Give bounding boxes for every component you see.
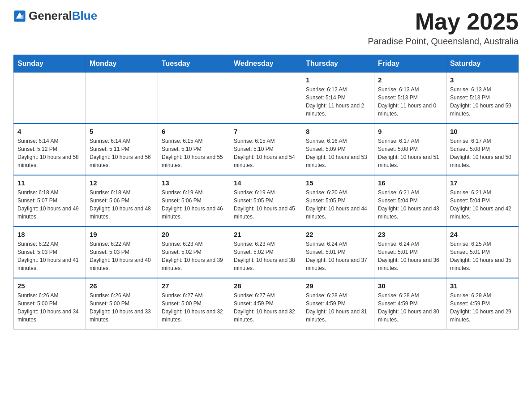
- calendar-header-row: SundayMondayTuesdayWednesdayThursdayFrid…: [14, 55, 519, 73]
- day-number: 30: [378, 282, 442, 290]
- day-number: 8: [306, 128, 370, 135]
- calendar-cell: 6Sunrise: 6:15 AMSunset: 5:10 PMDaylight…: [158, 124, 230, 175]
- calendar-cell: [86, 73, 158, 124]
- day-info: Sunrise: 6:22 AMSunset: 5:03 PMDaylight:…: [17, 240, 82, 272]
- calendar-cell: 22Sunrise: 6:24 AMSunset: 5:01 PMDayligh…: [302, 227, 374, 278]
- day-number: 20: [162, 231, 226, 238]
- calendar-cell: 5Sunrise: 6:14 AMSunset: 5:11 PMDaylight…: [86, 124, 158, 175]
- title-block: May 2025 Paradise Point, Queensland, Aus…: [368, 9, 519, 47]
- calendar-week-row: 25Sunrise: 6:26 AMSunset: 5:00 PMDayligh…: [14, 278, 519, 330]
- calendar-cell: [158, 73, 230, 124]
- day-info: Sunrise: 6:18 AMSunset: 5:07 PMDaylight:…: [17, 188, 82, 221]
- logo-text-general: General: [29, 9, 72, 22]
- calendar-week-row: 4Sunrise: 6:14 AMSunset: 5:12 PMDaylight…: [14, 124, 519, 175]
- day-info: Sunrise: 6:17 AMSunset: 5:08 PMDaylight:…: [450, 137, 515, 169]
- day-number: 3: [450, 76, 515, 84]
- day-number: 4: [17, 128, 82, 135]
- day-info: Sunrise: 6:18 AMSunset: 5:06 PMDaylight:…: [90, 188, 154, 221]
- day-number: 18: [17, 231, 82, 238]
- day-info: Sunrise: 6:20 AMSunset: 5:05 PMDaylight:…: [306, 188, 370, 221]
- calendar-cell: 27Sunrise: 6:27 AMSunset: 5:00 PMDayligh…: [158, 278, 230, 330]
- calendar-cell: 11Sunrise: 6:18 AMSunset: 5:07 PMDayligh…: [14, 175, 86, 227]
- day-number: 19: [90, 231, 154, 238]
- calendar-cell: 25Sunrise: 6:26 AMSunset: 5:00 PMDayligh…: [14, 278, 86, 330]
- calendar-cell: [230, 73, 302, 124]
- day-number: 5: [90, 128, 154, 135]
- day-info: Sunrise: 6:23 AMSunset: 5:02 PMDaylight:…: [162, 240, 226, 272]
- calendar-cell: 19Sunrise: 6:22 AMSunset: 5:03 PMDayligh…: [86, 227, 158, 278]
- calendar-header-tuesday: Tuesday: [158, 55, 230, 73]
- day-info: Sunrise: 6:13 AMSunset: 5:13 PMDaylight:…: [450, 86, 515, 118]
- day-number: 16: [378, 179, 442, 187]
- calendar-cell: 13Sunrise: 6:19 AMSunset: 5:06 PMDayligh…: [158, 175, 230, 227]
- day-info: Sunrise: 6:21 AMSunset: 5:04 PMDaylight:…: [450, 188, 515, 221]
- location-title: Paradise Point, Queensland, Australia: [368, 36, 519, 47]
- day-number: 25: [17, 282, 82, 290]
- day-number: 23: [378, 231, 442, 238]
- day-number: 22: [306, 231, 370, 238]
- day-number: 6: [162, 128, 226, 135]
- calendar-cell: 8Sunrise: 6:16 AMSunset: 5:09 PMDaylight…: [302, 124, 374, 175]
- calendar-cell: 17Sunrise: 6:21 AMSunset: 5:04 PMDayligh…: [446, 175, 519, 227]
- day-info: Sunrise: 6:17 AMSunset: 5:08 PMDaylight:…: [378, 137, 442, 169]
- month-title: May 2025: [368, 9, 519, 34]
- calendar-header-wednesday: Wednesday: [230, 55, 302, 73]
- calendar-cell: 16Sunrise: 6:21 AMSunset: 5:04 PMDayligh…: [374, 175, 446, 227]
- calendar-week-row: 18Sunrise: 6:22 AMSunset: 5:03 PMDayligh…: [14, 227, 519, 278]
- calendar-cell: [14, 73, 86, 124]
- calendar-cell: 31Sunrise: 6:29 AMSunset: 4:59 PMDayligh…: [446, 278, 519, 330]
- day-number: 2: [378, 76, 442, 84]
- day-number: 15: [306, 179, 370, 187]
- day-number: 9: [378, 128, 442, 135]
- day-info: Sunrise: 6:26 AMSunset: 5:00 PMDaylight:…: [17, 291, 82, 324]
- calendar-cell: 1Sunrise: 6:12 AMSunset: 5:14 PMDaylight…: [302, 73, 374, 124]
- calendar-cell: 30Sunrise: 6:28 AMSunset: 4:59 PMDayligh…: [374, 278, 446, 330]
- calendar-header-friday: Friday: [374, 55, 446, 73]
- day-info: Sunrise: 6:26 AMSunset: 5:00 PMDaylight:…: [90, 291, 154, 324]
- calendar-week-row: 11Sunrise: 6:18 AMSunset: 5:07 PMDayligh…: [14, 175, 519, 227]
- day-info: Sunrise: 6:19 AMSunset: 5:06 PMDaylight:…: [162, 188, 226, 221]
- calendar-cell: 28Sunrise: 6:27 AMSunset: 4:59 PMDayligh…: [230, 278, 302, 330]
- calendar-cell: 18Sunrise: 6:22 AMSunset: 5:03 PMDayligh…: [14, 227, 86, 278]
- day-info: Sunrise: 6:16 AMSunset: 5:09 PMDaylight:…: [306, 137, 370, 169]
- day-info: Sunrise: 6:25 AMSunset: 5:01 PMDaylight:…: [450, 240, 515, 272]
- calendar-week-row: 1Sunrise: 6:12 AMSunset: 5:14 PMDaylight…: [14, 73, 519, 124]
- day-info: Sunrise: 6:24 AMSunset: 5:01 PMDaylight:…: [378, 240, 442, 272]
- day-info: Sunrise: 6:28 AMSunset: 4:59 PMDaylight:…: [378, 291, 442, 324]
- calendar-cell: 26Sunrise: 6:26 AMSunset: 5:00 PMDayligh…: [86, 278, 158, 330]
- day-number: 26: [90, 282, 154, 290]
- calendar-cell: 14Sunrise: 6:19 AMSunset: 5:05 PMDayligh…: [230, 175, 302, 227]
- logo-text-blue: Blue: [72, 9, 97, 22]
- logo-icon: [13, 10, 26, 22]
- day-info: Sunrise: 6:21 AMSunset: 5:04 PMDaylight:…: [378, 188, 442, 221]
- day-number: 1: [306, 76, 370, 84]
- calendar-cell: 24Sunrise: 6:25 AMSunset: 5:01 PMDayligh…: [446, 227, 519, 278]
- day-number: 21: [234, 231, 298, 238]
- calendar-cell: 4Sunrise: 6:14 AMSunset: 5:12 PMDaylight…: [14, 124, 86, 175]
- day-info: Sunrise: 6:19 AMSunset: 5:05 PMDaylight:…: [234, 188, 298, 221]
- day-info: Sunrise: 6:12 AMSunset: 5:14 PMDaylight:…: [306, 86, 370, 118]
- calendar-cell: 10Sunrise: 6:17 AMSunset: 5:08 PMDayligh…: [446, 124, 519, 175]
- logo: GeneralBlue: [13, 9, 97, 23]
- calendar-cell: 20Sunrise: 6:23 AMSunset: 5:02 PMDayligh…: [158, 227, 230, 278]
- calendar-cell: 29Sunrise: 6:28 AMSunset: 4:59 PMDayligh…: [302, 278, 374, 330]
- day-number: 11: [17, 179, 82, 187]
- day-info: Sunrise: 6:28 AMSunset: 4:59 PMDaylight:…: [306, 291, 370, 324]
- day-info: Sunrise: 6:14 AMSunset: 5:12 PMDaylight:…: [17, 137, 82, 169]
- day-number: 10: [450, 128, 515, 135]
- day-info: Sunrise: 6:29 AMSunset: 4:59 PMDaylight:…: [450, 291, 515, 324]
- calendar-cell: 15Sunrise: 6:20 AMSunset: 5:05 PMDayligh…: [302, 175, 374, 227]
- day-info: Sunrise: 6:23 AMSunset: 5:02 PMDaylight:…: [234, 240, 298, 272]
- day-number: 13: [162, 179, 226, 187]
- day-info: Sunrise: 6:27 AMSunset: 4:59 PMDaylight:…: [234, 291, 298, 324]
- calendar-header-monday: Monday: [86, 55, 158, 73]
- calendar-cell: 23Sunrise: 6:24 AMSunset: 5:01 PMDayligh…: [374, 227, 446, 278]
- calendar-header-sunday: Sunday: [14, 55, 86, 73]
- day-info: Sunrise: 6:15 AMSunset: 5:10 PMDaylight:…: [234, 137, 298, 169]
- day-number: 12: [90, 179, 154, 187]
- day-number: 31: [450, 282, 515, 290]
- day-number: 28: [234, 282, 298, 290]
- day-number: 29: [306, 282, 370, 290]
- day-info: Sunrise: 6:24 AMSunset: 5:01 PMDaylight:…: [306, 240, 370, 272]
- calendar-cell: 2Sunrise: 6:13 AMSunset: 5:13 PMDaylight…: [374, 73, 446, 124]
